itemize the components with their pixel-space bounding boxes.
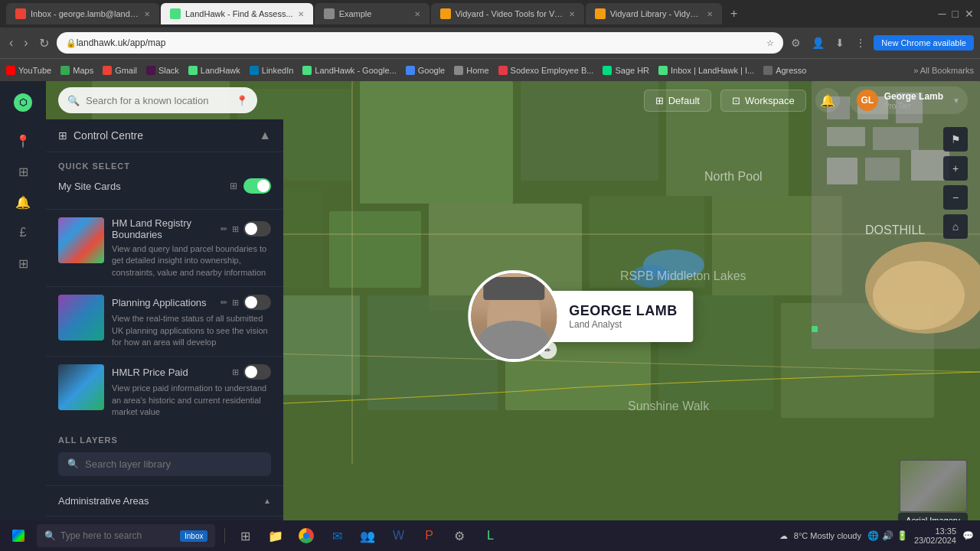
site-cards-grid-icon[interactable]: ⊞ xyxy=(230,181,237,191)
taskbar-app-powerpoint[interactable]: P xyxy=(415,522,443,549)
refresh-button[interactable]: ↻ xyxy=(36,33,52,54)
bookmark-agresso[interactable]: Agresso xyxy=(763,66,806,75)
layer-card-planning: Planning Applications ✏ ⊞ View the real-… xyxy=(46,286,283,356)
tab-close-vidyard1[interactable]: ✕ xyxy=(569,10,575,18)
browser-chrome: Inbox - george.lamb@landha... ✕ LandHawk… xyxy=(0,0,980,81)
notification-center-icon[interactable]: 💬 xyxy=(962,530,974,541)
profile-icon[interactable]: 👤 xyxy=(808,34,828,52)
panel-collapse-button[interactable]: ▲ xyxy=(259,129,271,142)
downloads-icon[interactable]: ⬇ xyxy=(832,34,848,52)
all-bookmarks[interactable]: » All Bookmarks xyxy=(913,66,974,75)
tab-landhawk[interactable]: LandHawk - Find & Assess... ✕ xyxy=(161,3,313,24)
default-button[interactable]: ⊞ Default xyxy=(644,90,711,112)
layer-toggle-planning[interactable] xyxy=(243,295,271,310)
file-explorer-icon: 📁 xyxy=(268,529,283,543)
tab-gmail[interactable]: Inbox - george.lamb@landha... ✕ xyxy=(6,3,159,24)
site-cards-toggle[interactable] xyxy=(243,178,271,194)
workspace-button[interactable]: ⊡ Workspace xyxy=(720,90,806,112)
tab-bar: Inbox - george.lamb@landha... ✕ LandHawk… xyxy=(0,0,980,28)
bookmark-landhawk[interactable]: LandHawk xyxy=(188,66,240,75)
taskbar-app-file-explorer[interactable]: 📁 xyxy=(262,522,289,549)
taskbar-inbox-badge[interactable]: Inbox xyxy=(180,530,207,542)
tab-favicon-gmail xyxy=(15,8,26,19)
tab-example[interactable]: Example ✕ xyxy=(315,3,430,24)
taskbar-search[interactable]: 🔍 Inbox xyxy=(37,524,215,547)
map-pin-icon: 📍 xyxy=(15,134,31,148)
bookmark-gmail[interactable]: Gmail xyxy=(103,66,137,75)
taskbar-search-input[interactable] xyxy=(60,530,175,541)
taskbar-app-word[interactable]: W xyxy=(384,522,412,549)
bookmark-inbox[interactable]: Inbox | LandHawk | I... xyxy=(658,66,754,75)
notifications-button[interactable]: 🔔 xyxy=(815,88,840,112)
bookmark-label-home: Home xyxy=(466,66,488,75)
bookmark-landhawk-google[interactable]: LandHawk - Google... xyxy=(302,66,396,75)
back-button[interactable]: ‹ xyxy=(6,33,16,53)
tab-vidyard2[interactable]: Vidyard Library - Vidyard ✕ xyxy=(586,3,722,24)
user-menu[interactable]: GL George Lamb Pro Tier ▼ xyxy=(849,86,968,114)
sidebar-item-map[interactable]: 📍 xyxy=(9,127,37,155)
sidebar-item-notifications[interactable]: 🔔 xyxy=(9,188,37,216)
bookmark-linkedin[interactable]: LinkedIn xyxy=(250,66,294,75)
bookmark-youtube[interactable]: YouTube xyxy=(6,66,51,75)
layer-edit-icon-registry[interactable]: ✏ xyxy=(220,224,227,234)
taskbar-app-outlook[interactable]: ✉ xyxy=(323,522,351,549)
star-icon[interactable]: ☆ xyxy=(766,38,774,48)
layer-edit-icon-planning[interactable]: ✏ xyxy=(220,298,227,308)
avatar-body xyxy=(479,321,548,359)
bookmark-home[interactable]: Home xyxy=(454,66,488,75)
location-search-input[interactable] xyxy=(86,95,230,106)
taskbar-app-chrome[interactable] xyxy=(292,522,320,549)
tab-close-example[interactable]: ✕ xyxy=(414,10,420,18)
chrome-update-button[interactable]: New Chrome available xyxy=(874,35,974,51)
svg-text:North Pool: North Pool xyxy=(704,170,763,183)
maximize-button[interactable]: □ xyxy=(952,8,959,20)
minimize-button[interactable]: ─ xyxy=(939,8,946,20)
category-header-administrative[interactable]: Administrative Areas ▲ xyxy=(46,486,283,516)
sidebar-item-layers[interactable]: ⊞ xyxy=(9,158,37,185)
bookmark-label-sage: Sage HR xyxy=(615,66,649,75)
tab-close-gmail[interactable]: ✕ xyxy=(144,10,150,18)
bookmark-slack[interactable]: Slack xyxy=(146,66,179,75)
layer-settings-icon-registry[interactable]: ⊞ xyxy=(232,224,239,234)
menu-icon[interactable]: ⋮ xyxy=(852,34,869,52)
tab-vidyard1[interactable]: Vidyard - Video Tools for Virtu... ✕ xyxy=(431,3,584,24)
home-tool-button[interactable]: ⌂ xyxy=(943,214,968,239)
tab-close-vidyard2[interactable]: ✕ xyxy=(707,10,713,18)
layer-search-input[interactable] xyxy=(85,458,262,470)
layer-settings-icon-planning[interactable]: ⊞ xyxy=(232,298,239,308)
bookmark-google[interactable]: Google xyxy=(406,66,445,75)
tab-close-landhawk[interactable]: ✕ xyxy=(298,10,304,18)
layer-search[interactable]: 🔍 xyxy=(58,452,271,476)
bookmark-sodexo[interactable]: Sodexo Employee B... xyxy=(498,66,594,75)
zoom-out-button[interactable]: − xyxy=(943,185,968,210)
profile-role: Land Analyst xyxy=(569,319,678,330)
bookmark-maps[interactable]: Maps xyxy=(60,66,93,75)
map-minimap[interactable] xyxy=(899,459,968,513)
zoom-in-button[interactable]: + xyxy=(943,156,968,181)
extensions-icon[interactable]: ⚙ xyxy=(788,34,804,52)
layer-toggle-price[interactable] xyxy=(243,364,271,380)
svg-rect-29 xyxy=(827,127,865,146)
taskbar-app-app2[interactable]: L xyxy=(476,522,504,549)
taskbar-app-app1[interactable]: ⚙ xyxy=(446,522,473,549)
taskbar-app-taskview[interactable]: ⊞ xyxy=(231,522,259,549)
flag-tool-button[interactable]: ⚑ xyxy=(943,127,968,152)
bookmark-icon-agresso xyxy=(763,66,773,75)
close-button[interactable]: ✕ xyxy=(965,8,974,20)
location-search[interactable]: 🔍 📍 xyxy=(58,87,257,113)
profile-avatar-wrapper: ✏ xyxy=(468,270,560,362)
new-tab-button[interactable]: + xyxy=(724,3,745,24)
bookmark-sage[interactable]: Sage HR xyxy=(603,66,649,75)
taskbar-app-teams[interactable]: 👥 xyxy=(354,522,381,549)
control-centre-title: Control Centre xyxy=(74,129,143,142)
address-bar[interactable]: 🔒 landhawk.uk/app/map ☆ xyxy=(57,32,784,54)
start-button[interactable] xyxy=(0,520,37,551)
word-icon: W xyxy=(393,529,404,543)
layer-settings-icon-price[interactable]: ⊞ xyxy=(232,367,239,377)
quick-select-section: QUICK SELECT My Site Cards ⊞ xyxy=(46,152,283,209)
layer-toggle-registry[interactable] xyxy=(243,221,271,236)
forward-button[interactable]: › xyxy=(21,33,31,53)
sidebar-item-currency[interactable]: £ xyxy=(9,219,37,246)
sidebar-item-grid[interactable]: ⊞ xyxy=(9,249,37,277)
tab-label-gmail: Inbox - george.lamb@landha... xyxy=(31,9,139,18)
